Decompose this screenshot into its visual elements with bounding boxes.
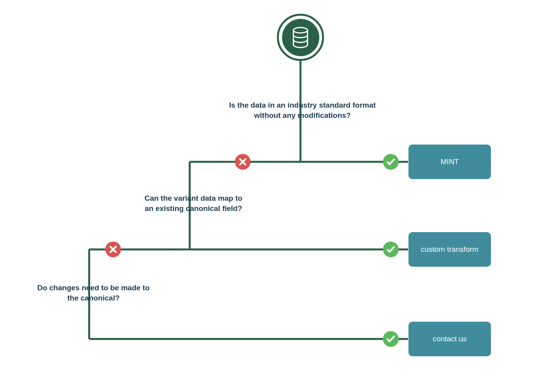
no-icon (235, 154, 251, 170)
outcome-contact-us-label: contact us (433, 335, 467, 343)
yes-icon (383, 154, 399, 170)
question-q3: Do changes need to be made to the canoni… (31, 283, 156, 303)
svg-point-0 (293, 27, 308, 33)
outcome-contact-us: contact us (408, 322, 491, 356)
start-node (277, 14, 324, 61)
outcome-custom-transform: custom transform (408, 232, 491, 267)
outcome-custom-transform-label: custom transform (421, 245, 479, 254)
yes-icon (383, 242, 399, 257)
outcome-mint: MINT (408, 145, 491, 179)
no-icon (105, 242, 121, 257)
yes-icon (383, 331, 399, 347)
question-q1: Is the data in an industry standard form… (222, 100, 383, 120)
database-icon (282, 19, 319, 56)
outcome-mint-label: MINT (441, 158, 459, 166)
question-q2: Can the variant data map to an existing … (136, 193, 251, 213)
